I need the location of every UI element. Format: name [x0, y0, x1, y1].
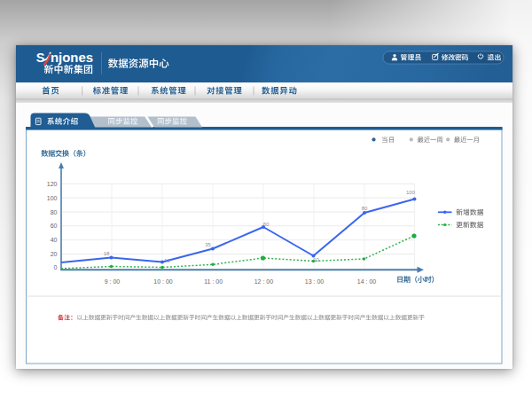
- svg-text:100: 100: [406, 190, 416, 195]
- svg-text:40: 40: [51, 237, 58, 243]
- svg-text:10 : 00: 10 : 00: [153, 278, 173, 285]
- svg-text:60: 60: [263, 222, 270, 227]
- svg-text:12 : 00: 12 : 00: [254, 278, 274, 285]
- svg-text:20: 20: [51, 251, 58, 257]
- svg-text:80: 80: [362, 206, 368, 211]
- svg-text:njones: njones: [51, 51, 93, 65]
- svg-text:10: 10: [164, 258, 170, 263]
- svg-text:S: S: [36, 51, 45, 65]
- svg-text:35: 35: [205, 242, 211, 247]
- svg-text:10: 10: [313, 257, 319, 262]
- svg-text:11 : 00: 11 : 00: [204, 278, 223, 285]
- svg-text:18: 18: [104, 251, 110, 256]
- svg-text:80: 80: [51, 209, 58, 215]
- svg-text:9 : 00: 9 : 00: [105, 278, 121, 285]
- svg-text:100: 100: [47, 195, 58, 201]
- svg-text:120: 120: [47, 181, 58, 187]
- svg-text:14 : 00: 14 : 00: [357, 278, 377, 285]
- svg-text:0: 0: [54, 264, 58, 270]
- svg-text:60: 60: [51, 223, 58, 229]
- svg-text:13 : 00: 13 : 00: [305, 278, 325, 285]
